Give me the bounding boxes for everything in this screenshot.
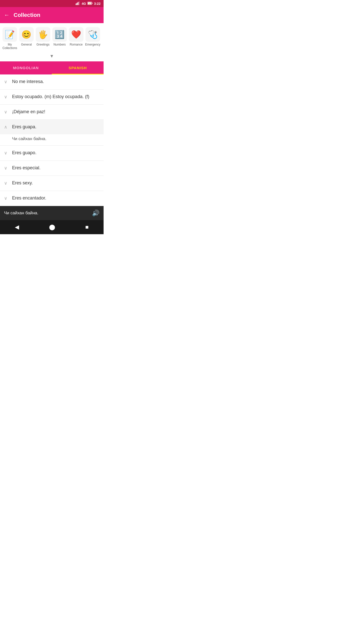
signal-icon (76, 2, 80, 6)
tab-label-mongolian: MONGOLIAN (13, 66, 39, 70)
time: 3:22 (94, 2, 101, 6)
bottom-phrase: Чи сайхан байна. (4, 211, 38, 216)
category-item-greetings[interactable]: 🖐Greetings (35, 27, 51, 50)
phrase-main-8[interactable]: ∨Eres encantador. (0, 191, 104, 206)
status-bar: 4G ⚡ 3:22 (0, 0, 104, 7)
category-item-numbers[interactable]: 🔢Numbers (52, 27, 67, 50)
nav-back-button[interactable]: ◀ (15, 224, 19, 230)
category-label-numbers: Numbers (54, 43, 66, 46)
phrase-text-3: ¡Déjame en paz! (12, 109, 45, 114)
phrase-main-1[interactable]: ∨No me interesa. (0, 74, 104, 89)
svg-rect-2 (78, 2, 78, 5)
category-item-romance[interactable]: ❤️Romance (68, 27, 84, 50)
expand-arrow[interactable]: ▼ (0, 52, 104, 61)
battery-icon: ⚡ (87, 2, 93, 6)
tab-underline-spanish (52, 74, 104, 74)
bottom-bar: Чи сайхан байна. 🔊 (0, 206, 104, 220)
phrase-main-6[interactable]: ∨Eres especial. (0, 161, 104, 175)
expand-chevron-icon: ▼ (50, 54, 54, 59)
phrase-main-2[interactable]: ∨Estoy ocupado. (m) Estoy ocupada. (f) (0, 90, 104, 104)
category-scroll: 📝My Collections😊General🖐Greetings🔢Number… (0, 23, 104, 52)
category-label-general: General (21, 43, 32, 46)
phrase-row-3: ∨¡Déjame en paz! (0, 105, 104, 120)
phrase-main-5[interactable]: ∨Eres guapo. (0, 146, 104, 160)
phrase-row-7: ∨Eres sexy. (0, 176, 104, 191)
nav-bar: ◀ ⬤ ■ (0, 220, 104, 234)
category-item-general[interactable]: 😊General (19, 27, 34, 50)
chevron-down-icon: ∨ (4, 109, 9, 115)
category-icon-greetings: 🖐 (36, 27, 50, 42)
signal-type: 4G (82, 2, 86, 6)
svg-rect-5 (92, 3, 92, 4)
category-label-emergency: Emergency (85, 43, 101, 46)
chevron-down-icon: ∨ (4, 180, 9, 186)
svg-text:⚡: ⚡ (88, 3, 91, 5)
category-icon-numbers: 🔢 (52, 27, 67, 42)
svg-rect-1 (77, 3, 77, 5)
phrase-row-6: ∨Eres especial. (0, 161, 104, 176)
category-label-my-collections: My Collections (2, 43, 18, 50)
phrase-translation-4: Чи сайхан байна. (0, 134, 104, 145)
phrase-text-8: Eres encantador. (12, 195, 46, 201)
category-icon-general: 😊 (19, 27, 34, 42)
app-title: Collection (14, 12, 40, 18)
app-bar: ← Collection (0, 7, 104, 23)
phrase-text-1: No me interesa. (12, 79, 44, 84)
tab-label-spanish: SPANISH (69, 66, 87, 70)
category-label-greetings: Greetings (36, 43, 50, 46)
category-icon-emergency: 🩺 (85, 27, 100, 42)
phrase-row-2: ∨Estoy ocupado. (m) Estoy ocupada. (f) (0, 90, 104, 105)
nav-recent-button[interactable]: ■ (85, 224, 88, 230)
chevron-down-icon: ∨ (4, 195, 9, 201)
phrase-text-5: Eres guapo. (12, 150, 36, 155)
phrase-main-7[interactable]: ∨Eres sexy. (0, 176, 104, 190)
phrase-row-5: ∨Eres guapo. (0, 146, 104, 161)
category-icon-my-collections: 📝 (3, 27, 17, 42)
phrase-text-4: Eres guapa. (12, 124, 36, 130)
category-label-romance: Romance (70, 43, 82, 46)
phrase-text-2: Estoy ocupado. (m) Estoy ocupada. (f) (12, 94, 89, 99)
chevron-down-icon: ∨ (4, 165, 9, 171)
phrase-row-8: ∨Eres encantador. (0, 191, 104, 206)
back-button[interactable]: ← (4, 12, 10, 18)
svg-rect-3 (79, 2, 79, 5)
phrase-main-3[interactable]: ∨¡Déjame en paz! (0, 105, 104, 119)
category-item-my-collections[interactable]: 📝My Collections (2, 27, 18, 50)
chevron-down-icon: ∨ (4, 150, 9, 156)
chevron-down-icon: ∨ (4, 79, 9, 85)
chevron-down-icon: ∨ (4, 94, 9, 100)
phrase-row-1: ∨No me interesa. (0, 74, 104, 90)
tabs-bar: MONGOLIANSPANISH (0, 61, 104, 74)
phrases-list: ∨No me interesa.∨Estoy ocupado. (m) Esto… (0, 74, 104, 206)
phrase-row-4: ∧Eres guapa.Чи сайхан байна. (0, 120, 104, 146)
chevron-up-icon: ∧ (4, 124, 9, 130)
tab-mongolian[interactable]: MONGOLIAN (0, 61, 52, 74)
category-item-emergency[interactable]: 🩺Emergency (85, 27, 101, 50)
phrase-text-6: Eres especial. (12, 165, 40, 171)
sound-button[interactable]: 🔊 (92, 210, 100, 217)
tab-spanish[interactable]: SPANISH (52, 61, 104, 74)
phrase-main-4[interactable]: ∧Eres guapa. (0, 120, 104, 134)
category-icon-romance: ❤️ (69, 27, 83, 42)
nav-home-button[interactable]: ⬤ (49, 224, 55, 230)
phrase-text-7: Eres sexy. (12, 180, 33, 186)
svg-rect-0 (76, 4, 76, 5)
